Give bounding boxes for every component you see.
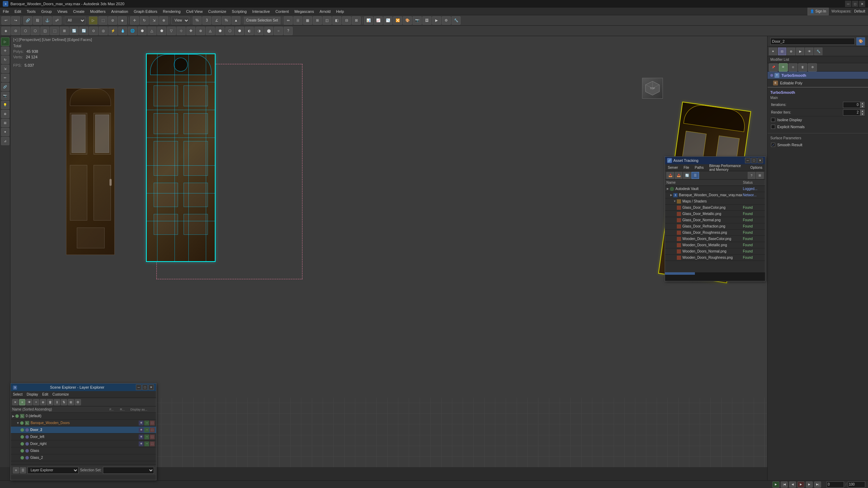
menu-edit[interactable]: Edit	[12, 8, 24, 15]
undo-button[interactable]: ↩	[1, 16, 10, 25]
at-help-btn[interactable]: ?	[748, 172, 755, 179]
render3-button[interactable]: ▶	[432, 16, 441, 25]
modify-tab[interactable]: ⊟	[778, 48, 786, 55]
tb2-btn18[interactable]: ▽	[167, 27, 176, 35]
align-button[interactable]: ⌸	[293, 16, 302, 25]
selection-set-dropdown[interactable]	[103, 467, 154, 474]
se-row-glass[interactable]: Glass	[11, 447, 156, 454]
graph2-button[interactable]: 📈	[374, 16, 383, 25]
move-button[interactable]: ✛	[130, 16, 139, 25]
menu-tools[interactable]: Tools	[24, 8, 39, 15]
maximize-button[interactable]: □	[852, 1, 858, 7]
render4-button[interactable]: ⚙	[442, 16, 451, 25]
menu-megascans[interactable]: Megascans	[292, 8, 317, 15]
left-tb-particle[interactable]: ✦	[1, 128, 9, 136]
angle-snap[interactable]: ∠	[212, 16, 221, 25]
at-row-glass-refraction[interactable]: Glass_Door_Refraction.png Found	[665, 223, 765, 230]
tb2-btn11[interactable]: ◎	[99, 27, 108, 35]
at-menu-server[interactable]: Server	[665, 165, 681, 170]
isoline-checkbox[interactable]	[771, 118, 775, 122]
align4-button[interactable]: ⊟	[342, 16, 351, 25]
render1-button[interactable]: 📷	[413, 16, 422, 25]
graph3-button[interactable]: 📉	[383, 16, 392, 25]
at-menu-options[interactable]: Options	[748, 165, 765, 170]
tb2-btn4[interactable]: ⬡	[31, 27, 40, 35]
layer-explorer-dropdown[interactable]: Layer Explorer	[27, 467, 79, 474]
link-button[interactable]: 🔗	[23, 16, 32, 25]
se-content[interactable]: Name (Sorted Ascending) F... R... Displa…	[11, 406, 156, 465]
sign-in-button[interactable]: 👤 Sign In	[808, 8, 829, 15]
tb2-btn2[interactable]: ⊙	[11, 27, 20, 35]
at-row-vault[interactable]: ▶ Autodesk Vault Logged...	[665, 186, 765, 192]
nav-cube[interactable]: TOP	[642, 78, 663, 99]
left-tb-camera[interactable]: 📷	[1, 92, 9, 100]
status-step-btn[interactable]: ◀	[789, 481, 796, 488]
at-row-glass-metallic[interactable]: Glass_Door_Metallic.png Found	[665, 211, 765, 217]
tb2-btn23[interactable]: ⬣	[216, 27, 225, 35]
menu-help[interactable]: Help	[333, 8, 347, 15]
at-menu-paths[interactable]: Paths	[692, 165, 707, 170]
tb2-btn27[interactable]: ◑	[254, 27, 263, 35]
se-layer-view-btn[interactable]: ≡	[13, 467, 19, 473]
menu-content[interactable]: Content	[273, 8, 292, 15]
at-row-maps-folder[interactable]: ▼ Maps / Shaders	[665, 198, 765, 205]
se-add-btn[interactable]: +	[33, 399, 39, 405]
at-row-wood-roughness[interactable]: Wooden_Doors_Roughness.png Found	[665, 255, 765, 261]
at-row-max-file[interactable]: ▶ 3 Baroque_Wooden_Doors_max_vray.max Ne…	[665, 192, 765, 198]
at-content[interactable]: ▶ Autodesk Vault Logged... ▶ 3 Baroque_W…	[665, 186, 765, 268]
tb2-btn29[interactable]: ○	[274, 27, 283, 35]
tb2-btn1[interactable]: ◈	[1, 27, 10, 35]
left-tb-helper[interactable]: ⊕	[1, 110, 9, 118]
menu-interactive[interactable]: Interactive	[250, 8, 273, 15]
render-iters-field[interactable]	[843, 109, 860, 116]
redo-button[interactable]: ↪	[11, 16, 20, 25]
se-menu-customize[interactable]: Customize	[50, 392, 71, 397]
menu-modifiers[interactable]: Modifiers	[87, 8, 108, 15]
menu-arnold[interactable]: Arnold	[317, 8, 333, 15]
tb2-btn22[interactable]: ◬	[206, 27, 215, 35]
at-minimize-button[interactable]: ─	[745, 158, 751, 163]
iterations-down-button[interactable]: ▼	[860, 105, 865, 108]
tb2-btn3[interactable]: ⬡	[21, 27, 30, 35]
graph-button[interactable]: 📊	[364, 16, 373, 25]
tb2-btn24[interactable]: ⬡	[225, 27, 234, 35]
menu-scripting[interactable]: Scripting	[229, 8, 250, 15]
frame-end-field[interactable]	[848, 481, 865, 488]
tb2-help[interactable]: ?	[284, 27, 293, 35]
tb2-btn10[interactable]: ⊙	[89, 27, 98, 35]
close-button[interactable]: ✕	[859, 1, 865, 7]
se-expand-btn[interactable]: ⊞	[68, 399, 74, 405]
at-close-button[interactable]: ✕	[757, 158, 763, 163]
at-maximize-button[interactable]: □	[751, 158, 757, 163]
render-iters-up[interactable]: ▲	[860, 109, 865, 113]
pct-snap[interactable]: %	[222, 16, 231, 25]
se-sort-btn[interactable]: ⇅	[61, 399, 67, 405]
tb2-btn26[interactable]: ◐	[245, 27, 254, 35]
snap-toggle[interactable]: 3	[202, 16, 211, 25]
pin-stack-button[interactable]: 📌	[769, 63, 778, 72]
menu-group[interactable]: Group	[38, 8, 55, 15]
spinner-snap[interactable]: ▲	[232, 16, 241, 25]
status-time-btn[interactable]: |◀	[781, 481, 788, 488]
at-row-wood-normal[interactable]: Wooden_Doors_Normal.png Found	[665, 248, 765, 255]
at-import-btn[interactable]: 📥	[666, 172, 674, 179]
menu-views[interactable]: Views	[55, 8, 70, 15]
array-button[interactable]: ⊞	[313, 16, 322, 25]
menu-animation[interactable]: Animation	[108, 8, 131, 15]
at-row-glass-roughness[interactable]: Glass_Door_Roughness.png Found	[665, 230, 765, 236]
status-anim-btn[interactable]: ▶	[772, 481, 779, 488]
at-row-wood-base[interactable]: Wooden_Doors_BaseColor.png Found	[665, 236, 765, 242]
se-close-pane-btn[interactable]: ✕	[12, 399, 18, 405]
tb2-btn5[interactable]: ◫	[40, 27, 49, 35]
select-button[interactable]: ▷	[89, 16, 98, 25]
se-minimize-button[interactable]: ─	[136, 384, 141, 390]
menu-civil-view[interactable]: Civil View	[183, 8, 205, 15]
scale-button[interactable]: ⇲	[149, 16, 159, 25]
left-tb-select[interactable]: ▷	[1, 38, 9, 46]
explicit-normals-checkbox[interactable]	[771, 125, 775, 129]
tb2-btn20[interactable]: ✤	[186, 27, 195, 35]
se-row-baroque-layer[interactable]: ▼ L Baroque_Wooden_Doors ❄ → ⬚	[11, 420, 156, 427]
menu-create[interactable]: Create	[70, 8, 87, 15]
align5-button[interactable]: ⊠	[352, 16, 361, 25]
tb2-btn16[interactable]: △	[147, 27, 156, 35]
